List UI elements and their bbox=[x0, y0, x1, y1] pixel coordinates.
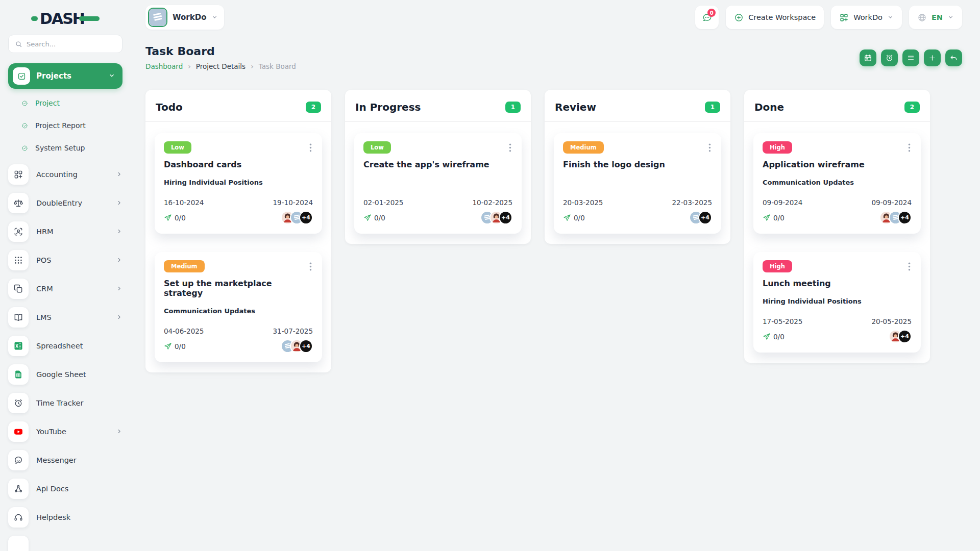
back-button[interactable] bbox=[945, 49, 962, 66]
sidebar-item-crm[interactable]: CRM bbox=[8, 274, 122, 303]
chevron-right-icon bbox=[116, 198, 122, 208]
priority-badge: Medium bbox=[563, 141, 604, 154]
task-milestone bbox=[563, 179, 712, 187]
add-button[interactable] bbox=[924, 49, 941, 66]
card-menu-button[interactable] bbox=[907, 260, 912, 272]
workspace-logo-icon bbox=[148, 8, 167, 27]
column-title: Todo bbox=[156, 101, 183, 113]
sidebar-nav: ProjectsProjectProject ReportSystem Setu… bbox=[8, 63, 122, 551]
page-header-left: Task Board Dashboard Project Details Tas… bbox=[145, 45, 296, 70]
assignee-avatars: +4 bbox=[689, 211, 712, 224]
task-card[interactable]: MediumSet up the marketplace strategyCom… bbox=[155, 252, 322, 362]
sidebar-item-label: CRM bbox=[36, 285, 108, 293]
sidebar-item-label: Spreadsheet bbox=[36, 342, 122, 350]
card-menu-button[interactable] bbox=[707, 141, 712, 154]
circle-check-icon bbox=[21, 122, 28, 129]
sidebar-item-youtube[interactable]: YouTube bbox=[8, 417, 122, 446]
assignee-avatars: +4 bbox=[281, 211, 313, 224]
create-workspace-button[interactable]: Create Workspace bbox=[726, 6, 824, 29]
sidebar-item-spreadsheet[interactable]: Spreadsheet bbox=[8, 332, 122, 360]
column-cards: MediumFinish the logo design20-03-202522… bbox=[545, 122, 730, 244]
card-top-row: High bbox=[763, 260, 912, 272]
kebab-icon bbox=[908, 143, 911, 152]
send-icon bbox=[363, 214, 372, 222]
sidebar-item-api-docs[interactable]: Api Docs bbox=[8, 474, 122, 503]
column-header: Todo2 bbox=[145, 90, 331, 121]
task-end-date: 31-07-2025 bbox=[273, 327, 313, 335]
priority-badge: Low bbox=[363, 141, 391, 154]
chevron-right-icon bbox=[116, 313, 122, 322]
sidebar-submenu: ProjectProject ReportSystem Setup bbox=[8, 89, 122, 160]
circle-check-icon bbox=[21, 145, 28, 152]
send-icon bbox=[164, 214, 172, 222]
task-title: Dashboard cards bbox=[164, 160, 313, 169]
sidebar-item-lms[interactable]: LMS bbox=[8, 303, 122, 332]
sidebar-item-label: Project bbox=[35, 99, 60, 107]
task-dates: 16-10-202419-10-2024 bbox=[164, 198, 313, 207]
sidebar-item-partial[interactable] bbox=[8, 532, 122, 551]
task-card[interactable]: HighLunch meetingHiring Individual Posit… bbox=[753, 252, 921, 353]
sidebar-item-project-report[interactable]: Project Report bbox=[21, 114, 122, 137]
kebab-icon bbox=[708, 143, 711, 152]
task-start-date: 04-06-2025 bbox=[164, 327, 204, 335]
sidebar-item-google-sheet[interactable]: Google Sheet bbox=[8, 360, 122, 389]
sidebar-group-projects[interactable]: Projects bbox=[8, 63, 122, 89]
sidebar-item-hrm[interactable]: HRM bbox=[8, 217, 122, 246]
sidebar-item-label: LMS bbox=[36, 313, 108, 321]
subtask-progress: 0/0 bbox=[563, 214, 585, 222]
messages-button[interactable]: 0 bbox=[695, 6, 719, 29]
task-start-date: 02-01-2025 bbox=[363, 198, 403, 207]
column-done: Done2HighApplication wireframeCommunicat… bbox=[744, 90, 930, 363]
timer-button[interactable] bbox=[881, 49, 898, 66]
create-workspace-label: Create Workspace bbox=[748, 13, 816, 21]
sidebar-item-label: Messenger bbox=[36, 456, 122, 464]
search-input[interactable] bbox=[27, 40, 116, 48]
circle-check-icon bbox=[21, 100, 28, 107]
assignee-avatars: +4 bbox=[480, 211, 512, 224]
chevron-down-icon bbox=[108, 71, 115, 81]
app-logo[interactable]: DASH bbox=[8, 7, 122, 30]
workspace-selector[interactable]: WorkDo bbox=[145, 5, 224, 30]
avatar-more-count: +4 bbox=[898, 330, 912, 343]
partial bbox=[8, 536, 29, 551]
card-footer: 0/0+4 bbox=[363, 211, 512, 224]
card-menu-button[interactable] bbox=[308, 260, 313, 272]
task-card[interactable]: LowDashboard cardsHiring Individual Posi… bbox=[155, 133, 322, 234]
calendar-button[interactable] bbox=[860, 49, 876, 66]
sidebar-item-helpdesk[interactable]: Helpdesk bbox=[8, 503, 122, 532]
breadcrumb: Dashboard Project Details Task Board bbox=[145, 62, 296, 70]
card-menu-button[interactable] bbox=[907, 141, 912, 154]
breadcrumb-project-details[interactable]: Project Details bbox=[196, 62, 246, 70]
task-card[interactable]: LowCreate the app's wireframe02-01-20251… bbox=[354, 133, 522, 234]
sidebar-item-label: Google Sheet bbox=[36, 370, 122, 379]
sidebar-item-pos[interactable]: POS bbox=[8, 246, 122, 274]
task-card[interactable]: MediumFinish the logo design20-03-202522… bbox=[554, 133, 721, 234]
sidebar-item-label: Helpdesk bbox=[36, 513, 122, 521]
breadcrumb-dashboard[interactable]: Dashboard bbox=[145, 62, 183, 70]
sidebar-item-messenger[interactable]: Messenger bbox=[8, 446, 122, 474]
workspace-switcher[interactable]: WorkDo bbox=[831, 6, 902, 29]
sidebar-item-project[interactable]: Project bbox=[21, 92, 122, 114]
kebab-icon bbox=[309, 143, 312, 152]
card-top-row: Low bbox=[363, 141, 512, 154]
column-title: In Progress bbox=[355, 101, 421, 113]
card-footer: 0/0+4 bbox=[763, 211, 912, 224]
sidebar-item-time-tracker[interactable]: Time Tracker bbox=[8, 389, 122, 417]
task-card[interactable]: HighApplication wireframeCommunication U… bbox=[753, 133, 921, 234]
sidebar-item-system-setup[interactable]: System Setup bbox=[21, 137, 122, 159]
language-selector[interactable]: EN bbox=[909, 6, 962, 29]
sidebar-item-label: Project Report bbox=[35, 121, 86, 130]
task-end-date: 10-02-2025 bbox=[473, 198, 512, 207]
chevron-right-icon bbox=[116, 284, 122, 294]
sidebar-item-doubleentry[interactable]: DoubleEntry bbox=[8, 189, 122, 217]
chevron-down-icon bbox=[887, 13, 894, 22]
task-title: Application wireframe bbox=[763, 160, 912, 169]
column-in-progress: In Progress1LowCreate the app's wirefram… bbox=[345, 90, 531, 244]
grid-plus-icon bbox=[839, 13, 849, 22]
card-menu-button[interactable] bbox=[508, 141, 512, 154]
dots-grid-icon bbox=[8, 250, 29, 270]
card-menu-button[interactable] bbox=[308, 141, 313, 154]
list-button[interactable] bbox=[902, 49, 919, 66]
sidebar-item-accounting[interactable]: Accounting bbox=[8, 160, 122, 189]
subtask-progress: 0/0 bbox=[763, 214, 785, 222]
